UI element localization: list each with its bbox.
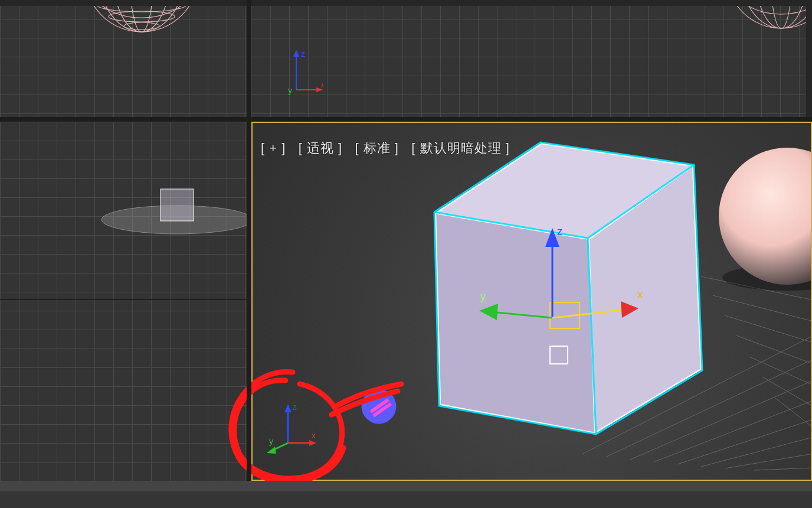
timeline-bar[interactable] [0, 481, 812, 508]
svg-marker-51 [621, 301, 639, 318]
svg-marker-12 [293, 50, 299, 57]
svg-text:y: y [288, 86, 292, 95]
viewport-splitter-vertical[interactable] [247, 0, 251, 481]
viewport-splitter-horizontal[interactable] [0, 117, 812, 122]
viewport-label-view[interactable]: [ 适视 ] [299, 141, 342, 155]
axis-indicator-icon: z y x [276, 46, 323, 99]
svg-text:z: z [301, 49, 305, 58]
svg-line-34 [725, 454, 812, 468]
transform-gizmo-icon[interactable]: z x y [465, 223, 642, 377]
viewport-layout: z y x [0, 0, 812, 508]
svg-marker-54 [479, 304, 498, 320]
svg-line-50 [552, 310, 627, 318]
svg-point-58 [719, 148, 812, 285]
viewport-perspective-active[interactable]: z x y [ + ] [251, 122, 812, 481]
viewport-bottom-left[interactable] [0, 122, 247, 481]
svg-line-37 [713, 295, 812, 321]
viewport-divider-icon [0, 299, 247, 300]
svg-line-35 [754, 468, 812, 470]
svg-text:y: y [480, 291, 486, 302]
sphere-object-icon [699, 141, 812, 294]
viewport-label-shading[interactable]: [ 标准 ] [355, 141, 399, 155]
svg-rect-56 [550, 346, 568, 364]
viewport-label[interactable]: [ + ] [ 适视 ] [ 标准 ] [ 默认明暗处理 ] [261, 139, 510, 157]
viewport-border-icon [251, 0, 812, 6]
viewport-border-icon [806, 0, 812, 117]
sphere-wireframe-icon [83, 0, 201, 40]
svg-line-53 [491, 312, 552, 318]
svg-marker-14 [316, 87, 323, 92]
scene-thumbnail-icon [89, 169, 247, 252]
svg-point-9 [109, 11, 175, 22]
svg-line-39 [736, 336, 812, 364]
svg-text:x: x [321, 80, 323, 89]
viewcube-ball-icon[interactable] [359, 386, 399, 426]
viewport-label-mode[interactable]: [ 默认明暗处理 ] [411, 141, 509, 155]
viewport-top-left[interactable] [0, 0, 247, 117]
viewport-label-plus[interactable]: [ + ] [261, 141, 286, 155]
svg-line-40 [749, 357, 812, 385]
svg-text:z: z [557, 226, 562, 237]
svg-rect-26 [161, 189, 194, 221]
svg-text:x: x [637, 288, 642, 300]
svg-line-38 [725, 315, 812, 343]
viewport-border-icon [0, 0, 247, 6]
viewport-top-right[interactable]: z y x [251, 0, 812, 117]
